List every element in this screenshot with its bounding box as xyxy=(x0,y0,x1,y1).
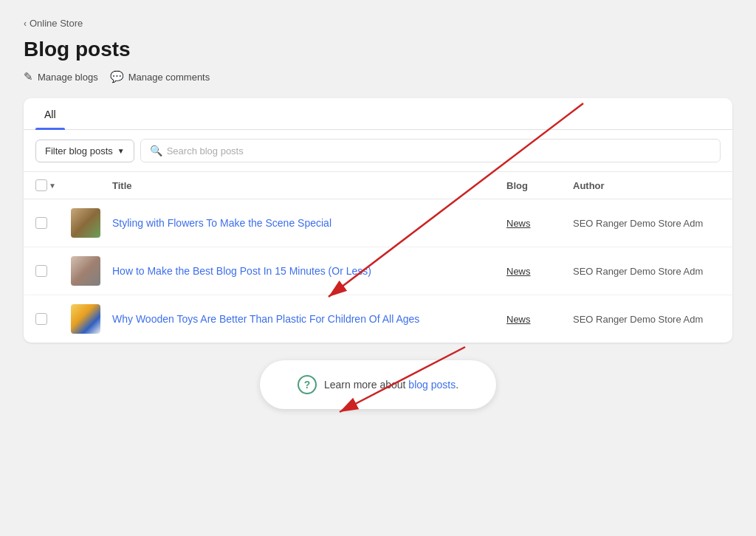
post-thumbnail xyxy=(71,208,100,238)
row-title-cell: Styling with Flowers To Make the Scene S… xyxy=(112,216,506,230)
help-icon: ? xyxy=(298,375,317,394)
filter-button[interactable]: Filter blog posts ▼ xyxy=(35,140,134,162)
table-header: ▼ Title Blog Author xyxy=(24,172,732,199)
chevron-down-icon: ▼ xyxy=(117,147,125,155)
post-title-link[interactable]: Styling with Flowers To Make the Scene S… xyxy=(112,217,331,229)
row-checkbox[interactable] xyxy=(35,265,47,277)
row-author-cell: SEO Ranger Demo Store Adm xyxy=(573,264,721,278)
help-link[interactable]: blog posts xyxy=(408,379,456,391)
table-row: How to Make the Best Blog Post In 15 Min… xyxy=(24,247,732,295)
author-text: SEO Ranger Demo Store Adm xyxy=(573,314,703,325)
row-checkbox[interactable] xyxy=(35,217,47,229)
row-checkbox[interactable] xyxy=(35,313,47,325)
post-title-link[interactable]: Why Wooden Toys Are Better Than Plastic … xyxy=(112,313,419,325)
post-thumbnail xyxy=(71,304,100,334)
filter-bar: Filter blog posts ▼ 🔍 Search blog posts xyxy=(24,130,732,172)
author-text: SEO Ranger Demo Store Adm xyxy=(573,266,703,277)
row-blog-cell: News xyxy=(506,264,573,278)
row-thumbnail-cell xyxy=(71,304,112,334)
table-row: Styling with Flowers To Make the Scene S… xyxy=(24,199,732,247)
select-all-checkbox[interactable] xyxy=(35,179,47,191)
row-title-cell: How to Make the Best Blog Post In 15 Min… xyxy=(112,264,506,278)
table-row: Why Wooden Toys Are Better Than Plastic … xyxy=(24,295,732,343)
row-thumbnail-cell xyxy=(71,256,112,286)
back-link[interactable]: ‹ Online Store xyxy=(24,18,732,29)
post-thumbnail xyxy=(71,256,100,286)
author-column-header: Author xyxy=(573,180,721,191)
search-box[interactable]: 🔍 Search blog posts xyxy=(140,139,721,162)
row-thumbnail-cell xyxy=(71,208,112,238)
help-text: Learn more about blog posts. xyxy=(324,379,458,391)
page-title: Blog posts xyxy=(24,38,732,61)
row-checkbox-cell xyxy=(35,265,71,277)
header-checkbox-group: ▼ xyxy=(35,179,71,191)
post-title-link[interactable]: How to Make the Best Blog Post In 15 Min… xyxy=(112,265,371,277)
tab-all[interactable]: All xyxy=(35,98,65,129)
row-blog-cell: News xyxy=(506,216,573,230)
blog-column-header: Blog xyxy=(506,180,573,191)
blog-tag[interactable]: News xyxy=(506,218,531,229)
author-text: SEO Ranger Demo Store Adm xyxy=(573,218,703,229)
search-placeholder: Search blog posts xyxy=(167,145,244,157)
edit-icon: ✎ xyxy=(24,70,33,83)
manage-comments-button[interactable]: 💬 Manage comments xyxy=(110,70,210,83)
row-title-cell: Why Wooden Toys Are Better Than Plastic … xyxy=(112,312,506,326)
manage-blogs-label: Manage blogs xyxy=(38,72,98,83)
table-body: Styling with Flowers To Make the Scene S… xyxy=(24,199,732,343)
back-link-label: Online Store xyxy=(30,18,83,29)
filter-label: Filter blog posts xyxy=(45,145,113,157)
select-all-chevron[interactable]: ▼ xyxy=(49,182,56,190)
blog-posts-card: All Filter blog posts ▼ 🔍 Search blog po… xyxy=(24,98,732,343)
manage-comments-label: Manage comments xyxy=(128,72,210,83)
toolbar: ✎ Manage blogs 💬 Manage comments xyxy=(24,70,732,83)
help-bar: ? Learn more about blog posts. xyxy=(260,360,496,409)
search-icon: 🔍 xyxy=(150,145,162,157)
chevron-left-icon: ‹ xyxy=(24,18,27,29)
tabs-bar: All xyxy=(24,98,732,130)
blog-tag[interactable]: News xyxy=(506,266,531,277)
row-checkbox-cell xyxy=(35,217,71,229)
row-author-cell: SEO Ranger Demo Store Adm xyxy=(573,312,721,326)
row-author-cell: SEO Ranger Demo Store Adm xyxy=(573,216,721,230)
comment-icon: 💬 xyxy=(110,70,124,83)
blog-tag[interactable]: News xyxy=(506,314,531,325)
row-blog-cell: News xyxy=(506,312,573,326)
title-column-header: Title xyxy=(112,180,506,191)
row-checkbox-cell xyxy=(35,313,71,325)
manage-blogs-button[interactable]: ✎ Manage blogs xyxy=(24,70,98,83)
